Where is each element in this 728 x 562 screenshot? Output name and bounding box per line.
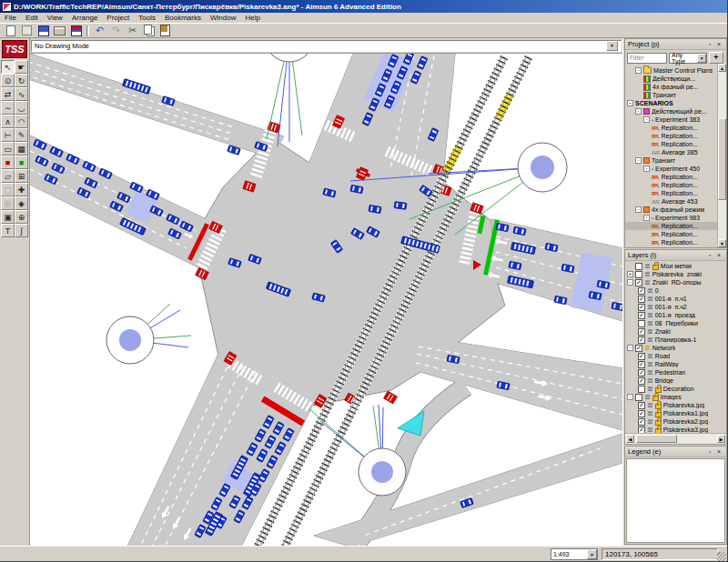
scroll-down-icon[interactable]: ▼ [718,239,726,247]
layer-visibility-checkbox[interactable]: ✓ [638,312,645,319]
scroll-right-icon[interactable]: ▶ [717,435,725,443]
arc-tool[interactable]: ◠ [15,115,28,128]
tree-expander[interactable]: - [627,279,633,286]
pan-tool[interactable]: ☛ [15,60,28,74]
chevron-down-icon[interactable]: ▼ [587,549,597,559]
move-tool[interactable]: ⇄ [1,87,15,101]
project-tree-item[interactable]: RPLReplication... [625,132,726,140]
layer-item[interactable]: -✓≣Znaki_RD-опоры [625,278,726,286]
float-panel-icon[interactable]: ▫ [705,40,714,49]
redo-button[interactable]: ↷ [108,25,124,37]
layer-visibility-checkbox[interactable] [635,394,642,401]
layer-visibility-checkbox[interactable]: ✓ [638,361,645,368]
layer-item[interactable]: -✓≣Network [625,344,726,352]
project-tree-item[interactable]: AVGAverage 453 [625,197,726,206]
project-tree-item[interactable]: RPLReplication... [625,189,726,197]
legend-panel-header[interactable]: Legend (e) ▫ × [625,447,726,457]
title-bar[interactable]: D:/WORK/TrafficTechREP/Aimsun/Санкт-Пете… [0,0,727,13]
project-tree-item[interactable]: -SCENARIOS [625,99,726,107]
project-tree-item[interactable]: RPLReplication... [625,230,726,238]
drawing-mode-combo[interactable]: No Drawing Mode ▼ [31,40,622,52]
section-tool[interactable]: ▭ [1,142,15,156]
project-tree-item[interactable]: -•Experiment 983 [625,214,726,222]
vehicle[interactable] [394,202,407,210]
project-tree-item[interactable]: RPLReplication... [625,222,726,230]
cross-tool[interactable]: ✚ [15,183,28,196]
open-button[interactable] [19,25,35,37]
project-tree-item[interactable]: -Master Control Plans [625,66,726,75]
layer-item[interactable]: ✓≣Piskarevka2.jpg [625,417,726,426]
project-tree-item[interactable]: -•Experiment 450 [625,165,726,173]
layer-item[interactable]: ✓≣Znaki [625,327,726,336]
polygon-tool[interactable]: ▱ [1,169,15,183]
tree-expander[interactable]: - [635,67,642,74]
print-button[interactable] [52,25,67,37]
layer-visibility-checkbox[interactable]: ✓ [635,279,642,286]
layer-item[interactable]: ✓≣Piskarevka3.jpg [625,426,726,433]
save-button[interactable] [35,25,51,37]
area-tool[interactable]: ◡ [15,101,28,115]
layer-item[interactable]: ✓≣001-я_п.ч2 [625,303,726,311]
menu-file[interactable]: File [0,14,21,22]
layer-item[interactable]: ✓≣Bridge [625,376,726,385]
menu-view[interactable]: View [43,14,67,22]
project-tree-item[interactable]: -Транзит [625,156,726,165]
tree-expander[interactable]: - [643,166,650,172]
tree-expander[interactable]: - [635,206,642,213]
layer-visibility-checkbox[interactable]: ✓ [638,296,645,303]
rotate-tool[interactable]: ↻ [15,74,28,87]
project-tree-item[interactable]: -4х фазный режим [625,206,726,214]
layer-visibility-checkbox[interactable]: ✓ [638,410,645,417]
snapshot-button[interactable] [68,25,84,37]
scrollbar-thumb[interactable] [636,435,677,443]
menu-project[interactable]: Project [102,14,134,22]
signal-green-tool[interactable]: ■ [15,156,28,169]
close-panel-icon[interactable]: × [714,40,723,49]
layer-visibility-checkbox[interactable]: ✓ [638,304,645,311]
layer-item[interactable]: ✓≣Piskarevka.jpg [625,401,726,409]
zoom-scale-combo[interactable]: 1:493 ▼ [551,548,598,560]
layer-visibility-checkbox[interactable]: ✓ [638,328,645,336]
close-panel-icon[interactable]: × [714,447,723,457]
layer-item[interactable]: ≣Мои метки [625,262,726,270]
paste-button[interactable] [157,25,173,37]
layer-visibility-checkbox[interactable] [635,263,642,270]
scroll-left-icon[interactable]: ◀ [626,435,634,443]
project-tree-item[interactable]: -•Experiment 383 [625,115,726,124]
network-view[interactable] [30,54,622,547]
project-tree-scrollbar[interactable]: ▲ ▼ [717,64,726,247]
polyline-tool[interactable]: ∿ [15,87,28,101]
menu-help[interactable]: Help [240,14,264,22]
menu-bookmarks[interactable]: Bookmarks [160,14,206,22]
layer-visibility-checkbox[interactable]: ✓ [638,353,645,360]
layer-visibility-checkbox[interactable]: ✓ [638,418,645,426]
layer-item[interactable]: ✓≣001-я_п.ч1 [625,295,726,303]
project-tree-item[interactable]: AVGAverage 385 [625,148,726,156]
tree-expander[interactable]: - [627,100,633,106]
layer-item[interactable]: ✓≣Piskarevka1.jpg [625,409,726,417]
path-tool[interactable]: ∫ [15,224,28,237]
layer-item[interactable]: +≣Piskarevka_znaki [625,270,726,278]
camera-tool[interactable]: ▣ [1,210,15,224]
layer-visibility-checkbox[interactable] [635,271,642,278]
zoom-tool[interactable]: ⊙ [1,74,15,87]
cut-button[interactable]: ✂ [125,25,140,37]
project-tree-item[interactable]: RPLReplication... [625,173,726,181]
project-tree-item[interactable]: RPLReplication... [625,124,726,132]
layers-tree-hscrollbar[interactable]: ◀ ▶ [625,433,726,444]
tree-expander[interactable]: - [635,108,642,115]
project-tree-item[interactable]: Действующи... [625,75,726,83]
layer-item[interactable]: -≣Images [625,393,726,401]
undo-button[interactable]: ↶ [92,25,107,37]
layer-visibility-checkbox[interactable]: ✓ [635,345,642,352]
join-tool[interactable]: ⊢ [1,128,15,142]
layer-visibility-checkbox[interactable]: ✓ [638,369,645,376]
menu-tools[interactable]: Tools [134,14,160,22]
section-alt-tool[interactable]: ▦ [15,142,28,156]
layer-visibility-checkbox[interactable] [638,386,645,393]
copy-button[interactable] [141,25,157,37]
layers-panel-header[interactable]: Layers (l) ▫ × [625,250,726,261]
decoration-tool[interactable]: ◈ [15,196,28,210]
float-panel-icon[interactable]: ▫ [705,447,714,457]
project-tree-item[interactable]: 4х фазный ре... [625,83,726,91]
